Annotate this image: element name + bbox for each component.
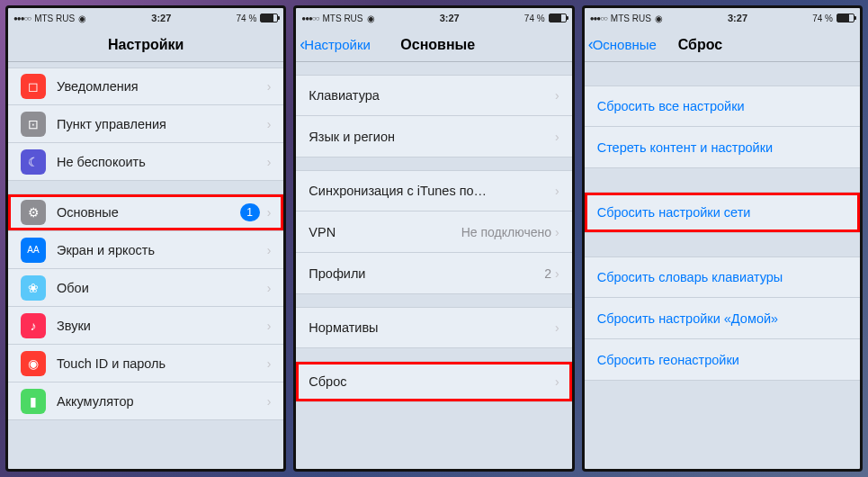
battery-pct: 74 %	[237, 14, 257, 23]
status-bar: ●●●○○ MTS RUS ◉ 3:27 74 %	[296, 8, 571, 28]
wifi-icon: ◉	[655, 14, 663, 23]
row-wallpaper[interactable]: ❀ Обои ›	[8, 269, 283, 307]
signal-dots: ●●●○○	[13, 14, 31, 22]
signal-dots: ●●●○○	[590, 14, 607, 22]
wallpaper-icon: ❀	[21, 275, 46, 301]
row-notifications[interactable]: ◻ Уведомления ›	[8, 68, 283, 105]
row-profiles[interactable]: Профили 2 ›	[296, 253, 571, 294]
battery-pct: 74 %	[812, 14, 833, 23]
chevron-right-icon: ›	[555, 225, 559, 239]
display-icon: AA	[21, 238, 46, 263]
row-reset-home[interactable]: Сбросить настройки «Домой»	[585, 298, 860, 339]
clock: 3:27	[151, 13, 171, 23]
row-itunes-sync[interactable]: Синхронизация с iTunes по… ›	[296, 170, 571, 212]
battery-pct: 74 %	[524, 14, 545, 23]
carrier: MTS RUS	[611, 14, 651, 23]
nav-bar: ‹ Основные Сброс	[585, 28, 860, 62]
row-sounds[interactable]: ♪ Звуки ›	[8, 307, 283, 345]
chevron-right-icon: ›	[267, 356, 272, 371]
sounds-icon: ♪	[21, 313, 46, 338]
carrier: MTS RUS	[34, 14, 75, 23]
control-center-icon: ⊡	[21, 112, 46, 137]
page-title: Сброс	[678, 37, 722, 53]
carrier: MTS RUS	[323, 14, 363, 23]
chevron-right-icon: ›	[555, 266, 559, 281]
row-dnd[interactable]: ☾ Не беспокоить ›	[8, 143, 283, 181]
row-reset-location[interactable]: Сбросить геонастройки	[585, 339, 860, 381]
row-display[interactable]: AA Экран и яркость ›	[8, 231, 283, 269]
chevron-right-icon: ›	[555, 320, 559, 335]
clock: 3:27	[728, 13, 747, 23]
settings-list[interactable]: ◻ Уведомления › ⊡ Пункт управления › ☾ Н…	[8, 62, 283, 469]
row-control-center[interactable]: ⊡ Пункт управления ›	[8, 105, 283, 143]
chevron-right-icon: ›	[267, 243, 272, 257]
nav-bar: ‹ Настройки Основные	[296, 28, 571, 62]
general-list[interactable]: Клавиатура › Язык и регион › Синхронизац…	[296, 62, 571, 469]
back-button[interactable]: ‹ Основные	[588, 35, 657, 54]
wifi-icon: ◉	[78, 14, 86, 23]
signal-dots: ●●●○○	[301, 14, 318, 22]
row-erase-all[interactable]: Стереть контент и настройки	[585, 127, 860, 168]
badge: 1	[240, 203, 260, 221]
reset-list[interactable]: Сбросить все настройки Стереть контент и…	[585, 62, 860, 469]
status-bar: ●●●○○ MTS RUS ◉ 3:27 74 %	[585, 8, 860, 28]
chevron-right-icon: ›	[267, 205, 272, 220]
general-icon: ⚙	[21, 200, 46, 225]
phone-reset: ●●●○○ MTS RUS ◉ 3:27 74 % ‹ Основные Сбр…	[582, 5, 863, 472]
row-reset-network[interactable]: Сбросить настройки сети	[585, 192, 860, 233]
touchid-icon: ◉	[21, 351, 46, 376]
clock: 3:27	[440, 13, 460, 23]
row-reset[interactable]: Сброс ›	[296, 361, 571, 402]
phone-settings: ●●●○○ MTS RUS ◉ 3:27 74 % Настройки ◻ Ув…	[5, 5, 286, 472]
status-bar: ●●●○○ MTS RUS ◉ 3:27 74 %	[8, 8, 283, 28]
page-title: Настройки	[108, 37, 183, 53]
chevron-right-icon: ›	[267, 319, 272, 333]
notifications-icon: ◻	[21, 74, 46, 99]
nav-bar: Настройки	[8, 28, 283, 62]
battery-setting-icon: ▮	[21, 389, 46, 414]
row-battery[interactable]: ▮ Аккумулятор ›	[8, 382, 283, 420]
back-button[interactable]: ‹ Настройки	[300, 35, 371, 54]
chevron-right-icon: ›	[267, 281, 272, 295]
chevron-right-icon: ›	[555, 374, 559, 389]
battery-icon	[549, 14, 567, 22]
battery-icon	[837, 14, 855, 22]
row-regulatory[interactable]: Нормативы ›	[296, 307, 571, 348]
chevron-right-icon: ›	[267, 155, 272, 169]
battery-icon	[260, 14, 278, 22]
chevron-right-icon: ›	[267, 79, 272, 94]
phone-general: ●●●○○ MTS RUS ◉ 3:27 74 % ‹ Настройки Ос…	[293, 5, 574, 472]
row-reset-keyboard-dict[interactable]: Сбросить словарь клавиатуры	[585, 256, 860, 298]
chevron-right-icon: ›	[267, 394, 272, 409]
chevron-right-icon: ›	[555, 184, 559, 198]
row-touchid[interactable]: ◉ Touch ID и пароль ›	[8, 345, 283, 382]
chevron-right-icon: ›	[555, 88, 559, 103]
chevron-right-icon: ›	[267, 117, 272, 131]
row-reset-all[interactable]: Сбросить все настройки	[585, 86, 860, 127]
row-keyboard[interactable]: Клавиатура ›	[296, 75, 571, 116]
wifi-icon: ◉	[367, 14, 375, 23]
row-vpn[interactable]: VPN Не подключено ›	[296, 212, 571, 253]
dnd-icon: ☾	[21, 149, 46, 175]
row-language[interactable]: Язык и регион ›	[296, 116, 571, 158]
page-title: Основные	[400, 37, 475, 53]
chevron-right-icon: ›	[555, 130, 559, 144]
row-general[interactable]: ⚙ Основные 1 ›	[8, 194, 283, 231]
